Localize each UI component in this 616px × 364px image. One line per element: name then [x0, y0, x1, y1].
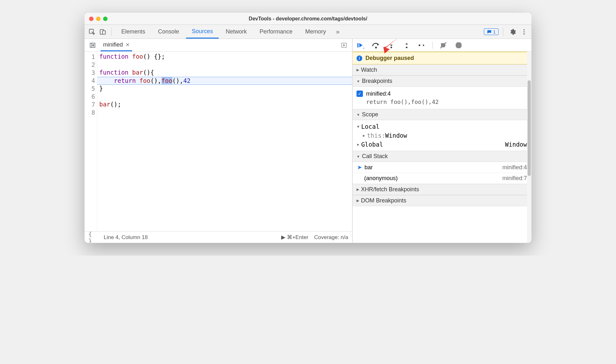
line-num: 5 [85, 85, 95, 93]
scope-var-name: this [367, 132, 382, 139]
debug-toolbar [353, 39, 531, 52]
breakpoints-body: ✓ minified:4 return foo(),foo(),42 [353, 87, 531, 109]
chevron-right-icon: ▶ [357, 142, 359, 147]
device-toggle-icon[interactable] [98, 27, 108, 37]
svg-point-3 [523, 29, 525, 30]
file-tabs: minified ✕ [85, 39, 352, 52]
separator [111, 28, 112, 36]
frame-name: bar [364, 164, 373, 171]
settings-icon[interactable] [508, 27, 517, 37]
tab-console[interactable]: Console [152, 25, 185, 39]
close-icon[interactable]: ✕ [125, 42, 130, 48]
svg-point-4 [523, 31, 525, 33]
line-num: 4 [85, 77, 95, 85]
code-body: function foo() {}; function bar(){ retur… [97, 52, 352, 231]
coverage-status: Coverage: n/a [314, 234, 348, 241]
step-icon[interactable] [417, 40, 427, 50]
line-num: 3 [85, 69, 95, 77]
tab-memory[interactable]: Memory [299, 25, 332, 39]
paused-label: Debugger paused [365, 55, 414, 62]
svg-rect-8 [357, 43, 358, 47]
section-watch[interactable]: ▶ Watch [353, 64, 531, 76]
pause-exceptions-icon[interactable] [454, 40, 463, 50]
separator [432, 42, 433, 49]
breakpoint-checkbox[interactable]: ✓ [357, 91, 363, 97]
deactivate-breakpoints-icon[interactable] [439, 40, 448, 50]
chevron-down-icon: ▼ [357, 125, 359, 129]
svg-point-10 [391, 47, 392, 48]
kebab-menu-icon[interactable] [519, 27, 529, 37]
scope-local[interactable]: ▼ Local [353, 122, 531, 131]
section-dom-breakpoints[interactable]: ▶ DOM Breakpoints [353, 195, 531, 206]
main-toolbar: Elements Console Sources Network Perform… [85, 25, 531, 39]
chevron-down-icon: ▼ [357, 155, 360, 158]
callstack-frame[interactable]: (anonymous) minified:7 [353, 173, 531, 184]
tab-performance[interactable]: Performance [254, 25, 298, 39]
code-editor[interactable]: 1 2 3 4 5 6 7 8 function foo() {}; funct… [85, 52, 352, 231]
close-window-button[interactable] [89, 17, 94, 21]
pretty-print-icon[interactable]: { } [88, 233, 98, 242]
section-scope[interactable]: ▼ Scope [353, 109, 531, 120]
callstack-frame[interactable]: ➤ bar minified:4 [353, 162, 531, 173]
tab-sources[interactable]: Sources [186, 25, 219, 39]
devtools-window: DevTools - developer.chrome.com/tags/dev… [85, 13, 531, 243]
scrollbar[interactable] [527, 52, 531, 243]
file-tab-label: minified [103, 41, 123, 48]
source-statusbar: { } Line 4, Column 18 ▶ ⌘+Enter Coverage… [85, 231, 352, 243]
chevron-down-icon: ▼ [357, 113, 360, 117]
section-label: DOM Breakpoints [361, 197, 406, 204]
source-pane: minified ✕ 1 2 3 4 5 6 7 [85, 39, 353, 243]
chevron-right-icon: ▶ [357, 68, 359, 72]
separator [503, 28, 503, 36]
resume-icon[interactable] [356, 40, 365, 50]
section-label: Scope [362, 111, 378, 118]
step-over-icon[interactable] [371, 40, 381, 50]
chevron-down-icon: ▼ [357, 79, 360, 83]
run-hint: ▶ ⌘+Enter [281, 234, 308, 241]
debugger-paused-banner: i Debugger paused [353, 52, 531, 64]
frame-location: minified:7 [502, 175, 527, 182]
run-snippet-icon[interactable] [339, 40, 349, 50]
navigator-toggle-icon[interactable] [88, 40, 97, 50]
section-label: Watch [361, 67, 377, 73]
maximize-window-button[interactable] [103, 17, 108, 21]
run-hint-label: ⌘+Enter [287, 234, 309, 240]
line-num: 8 [85, 109, 95, 117]
frame-name: (anonymous) [364, 175, 398, 182]
step-out-icon[interactable] [402, 40, 411, 50]
section-callstack[interactable]: ▼ Call Stack [353, 151, 531, 162]
badge-count: 1 [493, 29, 496, 34]
step-into-icon[interactable] [387, 40, 396, 50]
messages-badge[interactable]: 1 [484, 28, 499, 35]
line-num: 1 [85, 53, 95, 61]
svg-point-11 [406, 47, 408, 48]
file-tab-minified[interactable]: minified ✕ [101, 39, 132, 51]
svg-point-12 [419, 44, 420, 46]
window-controls [85, 17, 108, 21]
info-icon: i [357, 55, 362, 61]
svg-point-9 [375, 47, 377, 48]
scope-label: Global [361, 141, 383, 148]
more-tabs-icon[interactable]: » [333, 27, 342, 37]
tab-elements[interactable]: Elements [116, 25, 151, 39]
svg-rect-2 [102, 31, 105, 34]
section-xhr-breakpoints[interactable]: ▶ XHR/fetch Breakpoints [353, 184, 531, 195]
inspect-icon[interactable] [87, 27, 97, 37]
current-frame-icon: ➤ [357, 164, 362, 171]
minimize-window-button[interactable] [96, 17, 101, 21]
scrollbar-thumb[interactable] [528, 80, 531, 176]
tab-network[interactable]: Network [220, 25, 252, 39]
scope-var-value: Window [385, 132, 407, 139]
frame-location: minified:4 [502, 164, 527, 171]
section-label: XHR/fetch Breakpoints [361, 186, 419, 193]
chevron-right-icon: ▶ [357, 199, 359, 203]
debugger-pane: i Debugger paused ▶ Watch ▼ Breakpoints … [353, 39, 531, 243]
panes: minified ✕ 1 2 3 4 5 6 7 [85, 39, 531, 243]
scope-global[interactable]: ▶ Global Window [353, 140, 531, 149]
section-label: Breakpoints [362, 78, 392, 84]
section-breakpoints[interactable]: ▼ Breakpoints [353, 76, 531, 87]
chevron-right-icon: ▶ [357, 187, 359, 192]
breakpoint-item[interactable]: ✓ minified:4 return foo(),foo(),42 [353, 89, 531, 107]
window-title: DevTools - developer.chrome.com/tags/dev… [249, 16, 367, 22]
scope-this[interactable]: ▶ this: Window [353, 131, 531, 140]
